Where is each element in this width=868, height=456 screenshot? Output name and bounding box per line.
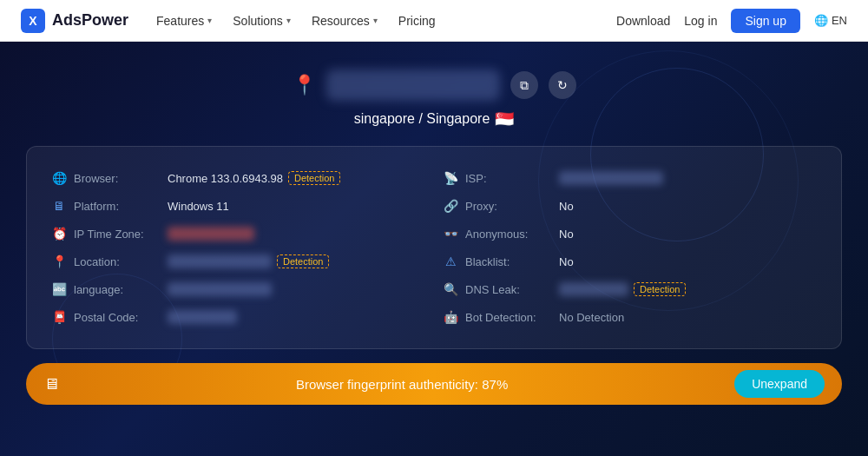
timezone-label: IP Time Zone: (74, 228, 161, 241)
language-icon: 🔤 (51, 282, 67, 296)
navbar-right: Download Log in Sign up 🌐 EN (616, 9, 847, 33)
location-detection-badge[interactable]: Detection (277, 254, 329, 268)
anonymous-icon: 👓 (443, 227, 458, 241)
blacklist-label: Blacklist: (465, 255, 552, 268)
nav-links: Features ▾ Solutions ▾ Resources ▾ Prici… (156, 14, 436, 28)
copy-ip-button[interactable]: ⧉ (510, 71, 538, 99)
timezone-blurred (168, 227, 254, 241)
browser-row: 🌐 Browser: Chrome 133.0.6943.98 Detectio… (51, 164, 425, 192)
platform-value: Windows 11 (168, 200, 229, 213)
browser-label: Browser: (74, 172, 161, 185)
isp-icon: 📡 (443, 171, 458, 185)
location-blurred (168, 254, 272, 268)
timezone-icon: ⏰ (51, 227, 67, 241)
solutions-chevron-icon: ▾ (286, 16, 291, 25)
anonymous-label: Anonymous: (465, 228, 552, 241)
postal-blurred (168, 310, 237, 324)
ip-location-icon: 📍 (293, 74, 316, 96)
logo-icon-text: X (29, 14, 36, 28)
dns-icon: 🔍 (443, 282, 458, 296)
location-label: Location: (74, 255, 161, 268)
location-row-icon: 📍 (51, 254, 67, 268)
ip-value (326, 69, 500, 101)
nav-features[interactable]: Features ▾ (156, 14, 212, 28)
browser-detection-badge[interactable]: Detection (288, 171, 340, 185)
browser-value: Chrome 133.0.6943.98 Detection (168, 171, 340, 185)
location-row: 📍 Location: Detection (51, 248, 425, 275)
download-link[interactable]: Download (616, 14, 670, 28)
language-selector[interactable]: 🌐 EN (814, 14, 847, 27)
country-flag: 🇸🇬 (495, 109, 514, 129)
dns-blurred (559, 282, 628, 296)
postal-value (168, 310, 237, 324)
language-value (168, 282, 272, 296)
main-content: 📍 ⧉ ↻ singapore / Singapore 🇸🇬 🌐 Browser… (0, 42, 868, 456)
bot-row: 🤖 Bot Detection: No Detection (443, 303, 817, 331)
signup-button[interactable]: Sign up (731, 9, 799, 33)
login-link[interactable]: Log in (684, 14, 717, 28)
platform-icon: 🖥 (51, 199, 67, 213)
platform-label: Platform: (74, 200, 161, 213)
bot-value: No Detection (559, 311, 624, 324)
timezone-row: ⏰ IP Time Zone: (51, 220, 425, 248)
logo-icon: X (21, 9, 45, 33)
dns-label: DNS Leak: (465, 283, 552, 296)
bot-icon: 🤖 (443, 310, 458, 324)
logo-text: AdsPower (52, 11, 128, 30)
location-display: singapore / Singapore 🇸🇬 (354, 109, 515, 129)
navbar-left: X AdsPower Features ▾ Solutions ▾ Resour… (21, 9, 436, 33)
location-value: Detection (168, 254, 329, 268)
fingerprint-bar: 🖥 Browser fingerprint authenticity: 87% … (26, 363, 842, 405)
platform-row: 🖥 Platform: Windows 11 (51, 192, 425, 220)
nav-pricing[interactable]: Pricing (398, 14, 436, 28)
features-chevron-icon: ▾ (207, 16, 212, 25)
resources-chevron-icon: ▾ (373, 16, 378, 25)
language-blurred (168, 282, 272, 296)
browser-icon: 🌐 (51, 171, 67, 185)
nav-resources[interactable]: Resources ▾ (312, 14, 378, 28)
unexpand-button[interactable]: Unexpand (734, 370, 825, 398)
ip-row: 📍 ⧉ ↻ (293, 69, 576, 101)
timezone-value (168, 227, 254, 241)
navbar: X AdsPower Features ▾ Solutions ▾ Resour… (0, 0, 868, 42)
isp-blurred (559, 171, 663, 185)
proxy-icon: 🔗 (443, 199, 458, 213)
globe-icon: 🌐 (814, 14, 828, 27)
isp-value (559, 171, 663, 185)
fingerprint-bar-text: Browser fingerprint authenticity: 87% (69, 377, 734, 392)
logo[interactable]: X AdsPower (21, 9, 128, 33)
nav-solutions[interactable]: Solutions ▾ (233, 14, 291, 28)
blacklist-icon: ⚠ (443, 254, 458, 268)
fingerprint-bar-icon: 🖥 (43, 375, 59, 393)
bot-label: Bot Detection: (465, 311, 552, 324)
